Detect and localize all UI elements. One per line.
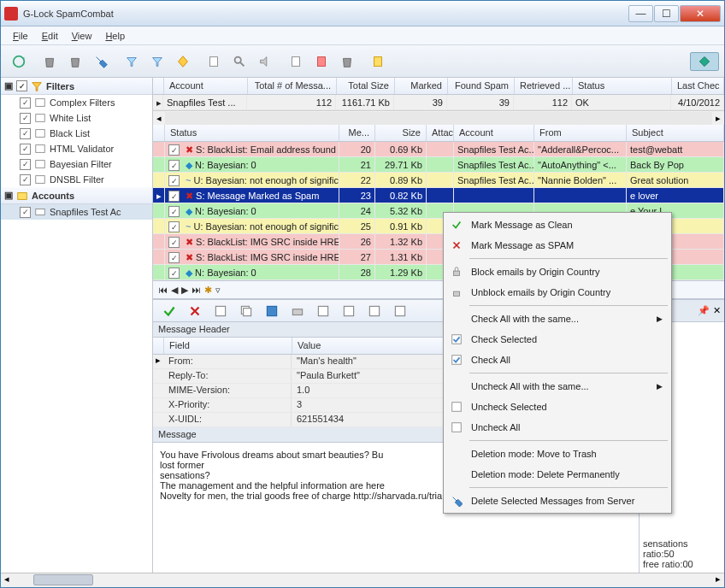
ctx-deletion-mode-delete-permanently[interactable]: Deletion mode: Delete Permanently <box>445 464 669 485</box>
tool-trash3[interactable] <box>336 50 358 73</box>
ctx-deletion-mode-move-to-trash[interactable]: Deletion mode: Move to Trash <box>445 444 669 464</box>
filter-checkbox[interactable]: ✓ <box>20 97 31 109</box>
ctx-check-selected[interactable]: Check Selected <box>445 329 669 350</box>
filter-checkbox[interactable]: ✓ <box>20 128 31 139</box>
tool-doc1[interactable] <box>203 50 225 73</box>
accounts-header[interactable]: ▣ Accounts <box>1 187 152 204</box>
mcol-attac[interactable]: Attac... <box>427 125 454 141</box>
col-marked[interactable]: Marked <box>395 78 448 94</box>
tool-diamond[interactable] <box>690 52 719 71</box>
filter-checkbox[interactable]: ✓ <box>20 144 31 155</box>
ctx-mark-message-as-clean[interactable]: Mark Message as Clean <box>445 215 669 235</box>
nav-star[interactable]: ✱ <box>204 285 212 296</box>
ctx-check-all-with-the-same-[interactable]: Check All with the same...▶ <box>445 309 669 329</box>
mcol-from[interactable]: From <box>534 125 627 141</box>
ctx-delete-selected-messages-from-server[interactable]: Delete Selected Messages from Server <box>445 491 669 511</box>
msg-a[interactable] <box>312 300 334 322</box>
tool-red[interactable] <box>310 50 333 73</box>
stats-close-icon[interactable]: ✕ <box>713 305 721 316</box>
mcol-subject[interactable]: Subject <box>627 125 724 141</box>
filter-checkbox[interactable]: ✓ <box>20 174 31 185</box>
col-status[interactable]: Status <box>573 78 672 94</box>
msg-save[interactable] <box>261 300 283 322</box>
filter-checkbox[interactable]: ✓ <box>20 159 31 170</box>
ctx-uncheck-all[interactable]: Uncheck All <box>445 417 669 438</box>
message-row[interactable]: ✓ ~ U: Bayesian: not enough of signific.… <box>153 173 724 188</box>
stats-pin-icon[interactable]: 📌 <box>698 305 710 316</box>
tool-filter2[interactable] <box>146 50 168 73</box>
mcol-me[interactable]: Me... <box>339 125 375 141</box>
msg-c[interactable] <box>363 300 386 322</box>
nav-prev[interactable]: ◀ <box>171 285 178 296</box>
tool-broom[interactable] <box>90 50 112 73</box>
tool-trash2[interactable] <box>64 50 86 73</box>
message-row[interactable]: ✓ ◆ N: Bayesian: 02129.71 KbSnapfiles Te… <box>153 157 724 173</box>
msg-checkbox[interactable]: ✓ <box>168 160 180 171</box>
tool-sound[interactable] <box>254 50 276 73</box>
filter-item-4[interactable]: ✓Bayesian Filter <box>1 156 152 172</box>
mcol-status[interactable]: Status <box>165 125 339 141</box>
message-row[interactable]: ▸✓ ✖ S: Message Marked as Spam230.82 Kbe… <box>153 188 724 203</box>
menu-help[interactable]: Help <box>98 31 132 41</box>
col-found[interactable]: Found Spam <box>448 78 515 94</box>
tool-doc2[interactable] <box>285 50 307 73</box>
ctx-unblock-emails-by-origin-country[interactable]: Unblock emails by Origin Country <box>445 282 669 303</box>
msg-checkbox[interactable]: ✓ <box>168 191 180 202</box>
nav-funnel[interactable]: ▿ <box>215 285 221 296</box>
msg-checkbox[interactable]: ✓ <box>168 144 180 156</box>
tool-filter1[interactable] <box>121 50 143 73</box>
footer-scrollbar[interactable]: ◂▸ <box>1 573 724 587</box>
account-row[interactable]: ▸ Snapfiles Test ... 112 1161.71 Kb 39 3… <box>153 95 724 110</box>
message-row[interactable]: ✓ ✖ S: BlackList: Email address found i.… <box>153 142 724 157</box>
nav-next[interactable]: ▶ <box>181 285 188 296</box>
filter-item-0[interactable]: ✓Complex Filters <box>1 95 152 110</box>
nav-first[interactable]: ⏮ <box>158 285 168 295</box>
msg-d[interactable] <box>389 300 411 322</box>
filter-item-2[interactable]: ✓Black List <box>1 126 152 141</box>
ctx-check-all[interactable]: Check All <box>445 350 669 370</box>
tool-trash1[interactable] <box>38 50 61 73</box>
msg-checkbox[interactable]: ✓ <box>168 268 180 279</box>
msg-checkbox[interactable]: ✓ <box>168 237 180 248</box>
nav-last[interactable]: ⏭ <box>192 285 201 295</box>
msg-checkbox[interactable]: ✓ <box>168 175 180 186</box>
menu-file[interactable]: File <box>6 31 35 41</box>
col-last[interactable]: Last Chec <box>672 78 724 94</box>
account-checkbox[interactable]: ✓ <box>20 207 31 218</box>
mcol-size[interactable]: Size <box>375 125 427 141</box>
col-total[interactable]: Total # of Messa... <box>248 78 337 94</box>
filter-item-5[interactable]: ✓DNSBL Filter <box>1 172 152 187</box>
mcol-account[interactable]: Account <box>454 125 534 141</box>
account-item-0[interactable]: ✓Snapfiles Test Ac <box>1 204 152 220</box>
filter-item-3[interactable]: ✓HTML Validator <box>1 141 152 156</box>
ctx-uncheck-selected[interactable]: Uncheck Selected <box>445 397 669 417</box>
minimize-button[interactable]: — <box>628 5 653 22</box>
col-size[interactable]: Total Size <box>337 78 395 94</box>
msg-print[interactable] <box>286 300 309 322</box>
ctx-uncheck-all-with-the-same-[interactable]: Uncheck All with the same...▶ <box>445 376 669 397</box>
msg-checkbox[interactable]: ✓ <box>168 252 180 263</box>
close-button[interactable]: ✕ <box>680 5 721 22</box>
filter-item-1[interactable]: ✓White List <box>1 110 152 126</box>
msg-ok[interactable] <box>158 300 180 322</box>
msg-add[interactable] <box>209 300 232 322</box>
accounts-hscroll[interactable]: ◂▸ <box>153 110 724 125</box>
menu-view[interactable]: View <box>65 31 99 41</box>
tool-search[interactable] <box>228 50 251 73</box>
menu-edit[interactable]: Edit <box>35 31 65 41</box>
msg-b[interactable] <box>338 300 360 322</box>
filters-group-checkbox[interactable]: ✓ <box>16 80 27 91</box>
ctx-block-emails-by-origin-country[interactable]: Block emails by Origin Country <box>445 262 669 282</box>
tool-kite[interactable] <box>172 50 194 73</box>
filter-checkbox[interactable]: ✓ <box>20 113 31 124</box>
tool-book[interactable] <box>367 50 389 73</box>
col-retrieved[interactable]: Retrieved ... <box>515 78 573 94</box>
maximize-button[interactable]: ☐ <box>654 5 679 22</box>
msg-checkbox[interactable]: ✓ <box>168 221 180 232</box>
tool-refresh[interactable] <box>8 50 30 73</box>
ctx-mark-message-as-spam[interactable]: Mark Message as SPAM <box>445 235 669 256</box>
msg-copy[interactable] <box>235 300 257 322</box>
filters-header[interactable]: ▣ ✓ Filters <box>1 78 152 95</box>
msg-x[interactable] <box>184 300 206 322</box>
col-account[interactable]: Account <box>164 78 248 94</box>
